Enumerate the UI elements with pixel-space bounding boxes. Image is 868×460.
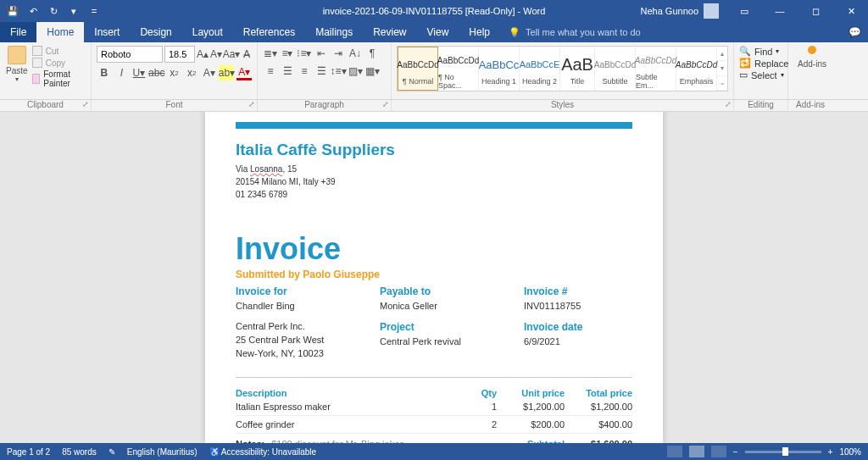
page[interactable]: Italia Caffè Suppliers Via Losanna, 15 2… <box>205 112 663 443</box>
qat-customize-icon[interactable]: ▾ <box>66 3 81 19</box>
sort-icon[interactable]: A↓ <box>348 46 363 61</box>
font-name-select[interactable] <box>97 46 163 63</box>
superscript-button[interactable]: x2 <box>184 65 199 80</box>
web-layout-icon[interactable] <box>711 446 726 457</box>
font-dialog-icon[interactable]: ⤢ <box>248 100 255 108</box>
user-account[interactable]: Neha Gunnoo <box>634 3 726 19</box>
zoom-out-icon[interactable]: − <box>733 447 738 457</box>
font-size-select[interactable] <box>164 46 195 63</box>
cut-button[interactable]: Cut <box>32 46 86 56</box>
group-editing: 🔍Find▾ 🔁Replace ▭Select▾ <box>734 42 788 99</box>
status-accessibility[interactable]: ♿ Accessibility: Unavailable <box>209 447 317 457</box>
redo-icon[interactable]: ↻ <box>46 3 61 19</box>
document-area[interactable]: Italia Caffè Suppliers Via Losanna, 15 2… <box>0 112 868 443</box>
font-color-icon[interactable]: A▾ <box>236 65 252 80</box>
text-effects-icon[interactable]: A▾ <box>202 65 217 80</box>
font-label: Font⤢ <box>92 100 258 111</box>
status-words[interactable]: 85 words <box>62 447 97 457</box>
zoom-level[interactable]: 100% <box>839 447 861 457</box>
style-normal[interactable]: AaBbCcDd¶ Normal <box>398 47 438 91</box>
bold-button[interactable]: B <box>97 65 112 80</box>
styles-scroll-down-icon[interactable]: ▾ <box>717 61 727 75</box>
tab-home[interactable]: Home <box>36 22 84 42</box>
bullets-icon[interactable]: ≣▾ <box>263 46 278 61</box>
style-subtle-emphasis[interactable]: AaBbCcDdSubtle Em... <box>636 47 676 91</box>
multilevel-list-icon[interactable]: ⁝≡▾ <box>297 46 312 61</box>
tell-me-search[interactable]: 💡 Tell me what you want to do <box>509 22 641 42</box>
paste-button[interactable]: Paste ▾ <box>5 46 29 97</box>
status-language[interactable]: English (Mauritius) <box>127 447 198 457</box>
decrease-indent-icon[interactable]: ⇤ <box>314 46 329 61</box>
style-heading2[interactable]: AaBbCcEHeading 2 <box>520 47 560 91</box>
tab-layout[interactable]: Layout <box>182 22 233 42</box>
line-spacing-icon[interactable]: ↕≡▾ <box>331 64 346 79</box>
styles-scroll-up-icon[interactable]: ▴ <box>717 47 727 61</box>
tab-insert[interactable]: Insert <box>84 22 130 42</box>
clear-formatting-icon[interactable]: A̶ <box>241 47 252 62</box>
maximize-button[interactable]: ◻ <box>798 0 832 22</box>
zoom-in-icon[interactable]: + <box>828 447 833 457</box>
minimize-button[interactable]: — <box>763 0 797 22</box>
format-painter-button[interactable]: Format Painter <box>32 69 86 88</box>
numbering-icon[interactable]: ≡▾ <box>280 46 295 61</box>
addins-label: Add-ins <box>798 59 826 69</box>
group-clipboard: Paste ▾ Cut Copy Format Painter <box>0 42 92 99</box>
invoice-date: 6/9/2021 <box>524 336 632 346</box>
style-heading1[interactable]: AaBbCcHeading 1 <box>479 47 520 91</box>
tab-file[interactable]: File <box>0 22 36 42</box>
increase-indent-icon[interactable]: ⇥ <box>331 46 346 61</box>
status-page[interactable]: Page 1 of 2 <box>7 447 50 457</box>
style-label: Subtle Em... <box>636 73 676 90</box>
replace-label: Replace <box>754 58 788 69</box>
copy-button[interactable]: Copy <box>32 58 86 68</box>
ribbon-display-options-icon[interactable]: ▭ <box>727 0 761 22</box>
style-title[interactable]: AaBTitle <box>560 47 595 91</box>
shading-icon[interactable]: ▨▾ <box>348 64 363 79</box>
tab-help[interactable]: Help <box>459 22 500 42</box>
highlight-icon[interactable]: ab▾ <box>219 65 234 80</box>
change-case-icon[interactable]: Aa▾ <box>224 47 239 62</box>
paste-dropdown-icon[interactable]: ▾ <box>15 75 19 83</box>
close-button[interactable]: ✕ <box>834 0 868 22</box>
style-emphasis[interactable]: AaBbCcDdEmphasis <box>676 47 717 91</box>
italic-button[interactable]: I <box>114 65 130 80</box>
styles-dialog-icon[interactable]: ⤢ <box>725 100 732 108</box>
zoom-slider[interactable] <box>745 451 821 453</box>
items-header: Description Qty Unit price Total price <box>236 388 632 398</box>
tab-review[interactable]: Review <box>363 22 416 42</box>
read-mode-icon[interactable] <box>667 446 682 457</box>
subscript-button[interactable]: x2 <box>167 65 182 80</box>
addins-button[interactable]: Add-ins <box>793 46 831 69</box>
save-icon[interactable]: 💾 <box>5 3 20 19</box>
increase-font-icon[interactable]: A▴ <box>197 47 209 62</box>
tab-mailings[interactable]: Mailings <box>305 22 363 42</box>
share-button[interactable]: 💬 <box>849 22 861 42</box>
zoom-thumb[interactable] <box>782 447 788 456</box>
paragraph-dialog-icon[interactable]: ⤢ <box>382 100 389 108</box>
borders-icon[interactable]: ▦▾ <box>364 64 380 79</box>
undo-icon[interactable]: ↶ <box>25 3 41 19</box>
styles-nav: ▴ ▾ ⌄ <box>717 47 727 91</box>
tab-references[interactable]: References <box>233 22 305 42</box>
decrease-font-icon[interactable]: A▾ <box>210 47 222 62</box>
spellcheck-icon[interactable]: ✎ <box>108 447 115 457</box>
align-left-icon[interactable]: ≡ <box>263 64 278 79</box>
select-button[interactable]: ▭Select▾ <box>739 69 782 80</box>
align-right-icon[interactable]: ≡ <box>297 64 312 79</box>
group-addins: Add-ins <box>788 42 832 99</box>
replace-button[interactable]: 🔁Replace <box>739 58 782 69</box>
show-paragraph-marks-icon[interactable]: ¶ <box>364 46 380 61</box>
strikethrough-button[interactable]: abc <box>149 65 164 80</box>
find-button[interactable]: 🔍Find▾ <box>739 46 782 57</box>
justify-icon[interactable]: ☰ <box>314 64 329 79</box>
styles-expand-icon[interactable]: ⌄ <box>717 76 727 91</box>
style-subtitle[interactable]: AaBbCcDdSubtitle <box>595 47 636 91</box>
align-center-icon[interactable]: ☰ <box>280 64 295 79</box>
clipboard-dialog-icon[interactable]: ⤢ <box>82 100 89 108</box>
style-no-spacing[interactable]: AaBbCcDd¶ No Spac... <box>438 47 479 91</box>
tab-view[interactable]: View <box>417 22 459 42</box>
print-layout-icon[interactable] <box>689 446 704 457</box>
underline-button[interactable]: U▾ <box>131 65 147 80</box>
style-label: Subtitle <box>603 77 628 86</box>
tab-design[interactable]: Design <box>130 22 181 42</box>
